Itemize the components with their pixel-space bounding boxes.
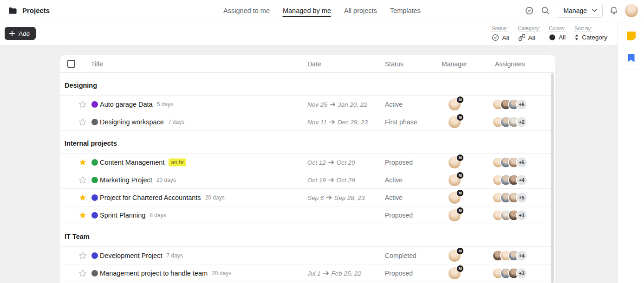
manager-avatar[interactable]: M [449,209,461,221]
assignee-stack[interactable]: +2 [492,116,527,128]
manager-badge: M [457,96,463,103]
check-circle-icon [492,34,499,41]
manager-avatar[interactable]: M [449,174,461,186]
column-header-title: Title [91,60,103,68]
duration-label: 20 days [156,177,176,183]
date-arrow-icon [329,120,335,124]
filter-category[interactable]: Category: All [518,26,540,41]
category-sitemap-icon [518,34,526,41]
tab-managed-by-me[interactable]: Managed by me [283,5,331,17]
manage-dropdown[interactable]: Manage [557,4,603,18]
date-end: Oct 29 [337,176,355,183]
manager-avatar[interactable]: M [449,98,461,110]
manager-badge: M [457,248,463,254]
duration-label: 8 days [150,212,166,219]
assignee-overflow-badge[interactable]: +3 [516,267,527,279]
assignee-stack[interactable]: +5 [492,156,527,168]
manager-badge: M [457,207,463,214]
assignee-overflow-badge[interactable]: +6 [516,98,527,110]
manager-avatar[interactable]: M [449,116,461,128]
date-range: Sep 6Sep 28, 23 [307,194,365,201]
project-row[interactable]: Sprint Planning8 daysProposedM+1 [60,206,555,224]
project-row[interactable]: Designing workspace7 daysNov 11Dec 29, 2… [60,113,555,131]
project-color-dot [91,252,98,259]
favorite-star-outline-icon[interactable] [78,100,87,109]
table-scrollbar[interactable] [551,73,554,283]
filter-sort-label: Sort by: [574,26,592,32]
duration-label: 5 days [157,101,173,108]
manager-avatar[interactable]: M [449,267,461,279]
assignee-stack[interactable]: +6 [492,98,527,110]
notifications-bell-icon[interactable] [609,6,619,16]
project-title[interactable]: Designing workspace [100,118,164,126]
favorite-star-filled-icon[interactable] [78,193,87,202]
filter-colors-value: All [559,34,566,41]
filter-sort-by[interactable]: Sort by: Category [574,26,607,41]
sticky-note-icon[interactable] [627,32,636,40]
project-row[interactable]: Project for Chartered Accountants20 days… [60,189,555,206]
assignee-stack[interactable]: +5 [492,192,527,203]
assignee-stack[interactable]: +4 [492,250,527,261]
manager-avatar[interactable]: M [449,250,461,262]
folder-icon [8,7,17,14]
user-avatar[interactable] [625,4,638,17]
date-end: Jan 20, 22 [338,101,367,108]
filter-colors[interactable]: Colors: All [549,26,566,41]
project-title[interactable]: Content Management [100,159,164,166]
project-row[interactable]: Management project to handle team20 days… [60,264,555,282]
filter-status-value: All [502,34,509,41]
manager-avatar[interactable]: M [449,192,461,204]
assignee-overflow-badge[interactable]: +5 [516,192,527,203]
duration-label: 7 days [167,252,183,259]
filter-status[interactable]: Status: All [492,26,509,41]
project-title[interactable]: Auto garage Data [100,101,153,108]
status-label: First phase [385,118,417,126]
assignee-overflow-badge[interactable]: +2 [516,116,527,128]
assignee-overflow-badge[interactable]: +4 [516,174,527,186]
project-row[interactable]: Content Managementan hrOct 12Oct 29Propo… [60,154,555,171]
status-label: Completed [385,252,416,259]
history-clock-icon[interactable] [524,6,534,16]
select-all-checkbox[interactable] [67,60,75,68]
assignee-overflow-badge[interactable]: +4 [516,250,527,261]
tab-assigned-to-me[interactable]: Assigned to me [223,5,270,17]
date-range: Jul 1Feb 25, 22 [307,270,361,277]
favorite-star-filled-icon[interactable] [78,211,87,220]
project-title[interactable]: Project for Chartered Accountants [100,194,201,201]
favorite-star-outline-icon[interactable] [78,175,87,185]
duration-badge-highlighted: an hr [169,158,186,166]
assignee-stack[interactable]: +4 [492,174,527,186]
add-button[interactable]: Add [5,27,36,40]
project-title[interactable]: Marketing Project [100,176,152,184]
favorite-star-filled-icon[interactable] [78,158,87,167]
favorite-star-outline-icon[interactable] [78,251,87,260]
project-title[interactable]: Sprint Planning [100,212,145,219]
title-cell: Content Managementan hr [100,158,186,166]
assignee-overflow-badge[interactable]: +5 [516,156,527,168]
assignee-overflow-badge[interactable]: +1 [516,209,527,221]
status-label: Proposed [385,212,413,219]
bookmark-icon[interactable] [628,54,635,62]
search-icon[interactable] [540,6,551,16]
project-color-dot [91,101,98,108]
project-row[interactable]: Auto garage Data5 daysNov 25Jan 20, 22Ac… [60,96,555,113]
add-button-label: Add [19,30,30,37]
favorite-star-outline-icon[interactable] [78,117,87,127]
tab-all-projects[interactable]: All projects [344,5,377,17]
manager-avatar-wrap: M [449,116,461,128]
right-side-rail [618,21,644,283]
assignee-stack[interactable]: +3 [492,267,527,279]
project-title[interactable]: Management project to handle team [100,270,208,277]
tab-templates[interactable]: Templates [390,5,421,17]
project-row[interactable]: Development Project7 daysCompletedM+4 [60,247,555,264]
favorite-star-outline-icon[interactable] [78,269,87,278]
manager-avatar-wrap: M [449,267,461,279]
project-title[interactable]: Development Project [100,252,163,259]
column-header-assignees: Assignees [495,60,525,68]
assignee-stack[interactable]: +1 [492,209,527,221]
project-row[interactable]: Marketing Project20 daysOct 19Oct 29Acti… [60,171,555,189]
manager-badge: M [457,114,463,121]
date-arrow-icon [330,102,336,107]
manager-avatar[interactable]: M [449,156,461,168]
status-label: Proposed [385,270,413,277]
